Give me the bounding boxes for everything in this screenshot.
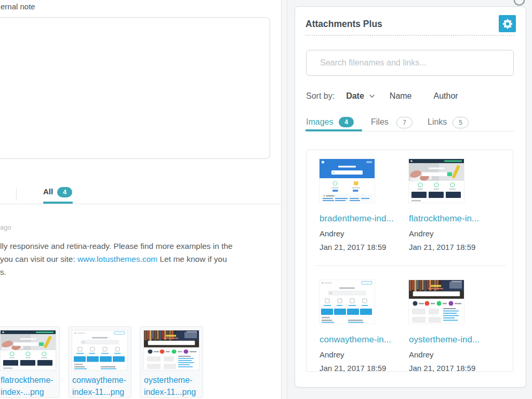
- pane-divider: [281, 0, 287, 399]
- tab-images[interactable]: Images: [306, 117, 333, 127]
- attachment-filename-link[interactable]: conwaytheme-index-11...png: [72, 374, 127, 398]
- app-title: Attachments Plus: [305, 19, 382, 30]
- attachment-filename-link[interactable]: flatrocktheme-index-...png: [1, 374, 56, 398]
- attachment-item: bradentheme-ind... Andrey Jan 21, 2017 1…: [320, 159, 409, 251]
- conversations-count-badge: 4: [57, 187, 72, 197]
- attachment-author: Andrey: [409, 229, 498, 238]
- sort-option-name[interactable]: Name: [390, 91, 412, 100]
- attachment-item: flatrocktheme-in... Andrey Jan 21, 2017 …: [409, 159, 498, 251]
- chevron-down-icon: [369, 95, 375, 98]
- sort-option-author[interactable]: Author: [434, 91, 458, 100]
- tab-links[interactable]: Links: [428, 117, 447, 127]
- attachment-date: Jan 21, 2017 18:59: [320, 243, 409, 251]
- attachment-date: Jan 21, 2017 18:59: [320, 364, 409, 373]
- files-count-badge: 7: [396, 117, 413, 128]
- attachment-item: conwaytheme-in... Andrey Jan 21, 2017 18…: [320, 280, 409, 373]
- attachment-thumbnail-flatrock[interactable]: [1, 330, 56, 370]
- comment-body: lly responsive and retina-ready. Please …: [0, 240, 283, 278]
- attachment-thumbnail-oyster[interactable]: [144, 330, 199, 370]
- attachment-filename-link[interactable]: conwaytheme-in...: [320, 335, 409, 345]
- attachments-grid: bradentheme-ind... Andrey Jan 21, 2017 1…: [306, 150, 513, 372]
- search-input[interactable]: [306, 50, 514, 76]
- images-count-badge: 4: [339, 117, 354, 127]
- attachment-thumbnail-flatrock[interactable]: [409, 159, 464, 203]
- gear-flower-icon: [502, 18, 513, 30]
- attachment-thumbnail-braden[interactable]: [320, 159, 375, 203]
- lotusthemes-link[interactable]: www.lotusthemes.com: [77, 255, 157, 263]
- app-settings-button[interactable]: [499, 15, 516, 32]
- tab-divider: [16, 188, 17, 201]
- attachment-card[interactable]: conwaytheme-index-11...png: [68, 326, 131, 398]
- ticket-pane: ernal note All 4 ago lly responsive and …: [0, 0, 281, 399]
- attachment-card[interactable]: flatrocktheme-index-...png: [0, 326, 60, 398]
- tabs-bottom-border: [0, 204, 281, 204]
- attachment-author: Andrey: [320, 350, 409, 359]
- attachment-thumbnail-oyster[interactable]: [409, 280, 464, 324]
- comment-text-line3: s.: [0, 268, 6, 276]
- attachment-author: Andrey: [409, 350, 498, 359]
- attachment-date: Jan 21, 2017 18:59: [409, 243, 498, 251]
- attachment-author: Andrey: [320, 229, 409, 238]
- attachment-thumbnail-conway[interactable]: [72, 330, 127, 370]
- attachment-filename-link[interactable]: flatrocktheme-in...: [409, 214, 498, 224]
- sort-option-date[interactable]: Date: [346, 91, 364, 100]
- comment-text-line2b: Let me know if you: [157, 255, 227, 263]
- internal-note-tab-label[interactable]: ernal note: [1, 2, 35, 11]
- sort-by-label: Sort by:: [306, 91, 335, 100]
- links-count-badge: 5: [453, 117, 469, 128]
- attachment-card[interactable]: oystertheme-index-11...png: [140, 326, 203, 398]
- sort-bar: Sort by:DateNameAuthor: [306, 91, 458, 101]
- comment-editor[interactable]: [0, 17, 270, 159]
- attachment-date: Jan 21, 2017 18:59: [409, 364, 498, 373]
- attachment-filename-link[interactable]: oystertheme-index-11...png: [144, 374, 199, 398]
- active-tab-underline: [305, 129, 362, 131]
- attachment-item: oystertheme-ind... Andrey Jan 21, 2017 1…: [409, 280, 498, 373]
- row-divider: [315, 265, 506, 266]
- header-divider: [305, 35, 514, 36]
- tab-files[interactable]: Files: [371, 117, 389, 127]
- attachment-thumbnail-conway[interactable]: [320, 280, 375, 324]
- comment-text-line1: lly responsive and retina-ready. Please …: [0, 242, 233, 250]
- comment-timestamp: ago: [0, 223, 11, 231]
- attachment-filename-link[interactable]: bradentheme-ind...: [320, 214, 409, 224]
- attachment-filename-link[interactable]: oystertheme-ind...: [409, 335, 498, 345]
- conversations-tab-all[interactable]: All: [43, 187, 53, 196]
- comment-text-line2: you can visit our site:: [0, 255, 77, 263]
